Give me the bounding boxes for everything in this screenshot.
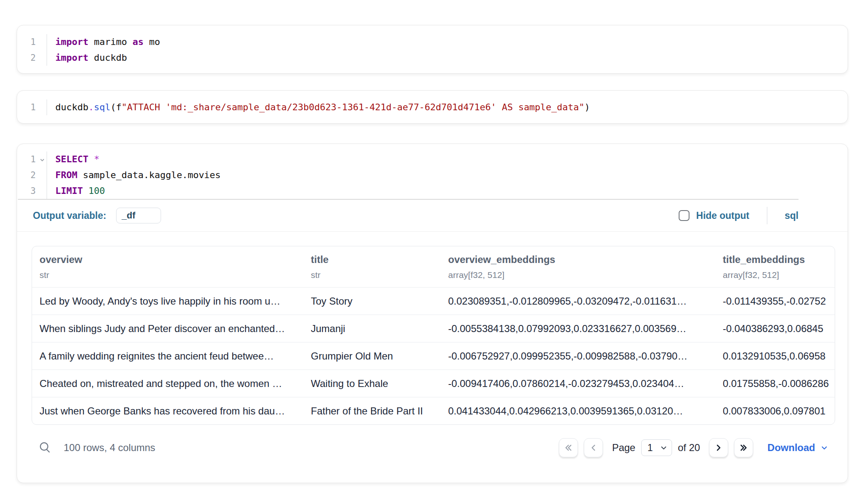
chevron-down-icon <box>820 444 828 452</box>
chevron-down-icon <box>660 444 667 451</box>
output-divider <box>17 231 848 232</box>
code-token: mo <box>144 37 160 47</box>
row-count-summary: 100 rows, 4 columns <box>64 442 155 454</box>
previous-page-button[interactable] <box>584 438 603 457</box>
code-token: 100 <box>88 186 105 196</box>
output-variable-input[interactable] <box>116 208 161 223</box>
code-line[interactable]: SELECT * <box>47 151 848 167</box>
table-cell: Waiting to Exhale <box>311 378 448 389</box>
code-cell-attach[interactable]: 1 duckdb.sql(f"ATTACH 'md:_share/sample_… <box>17 90 848 124</box>
line-number: 2 <box>17 50 47 66</box>
table-row[interactable]: Cheated on, mistreated and stepped on, t… <box>32 370 835 397</box>
line-number-gutter: 1 <box>17 99 47 115</box>
page-select[interactable]: 1 <box>641 439 672 456</box>
column-name[interactable]: overview <box>40 254 311 265</box>
code-token: duckdb <box>55 102 88 112</box>
code-line[interactable]: LIMIT 100 <box>47 183 848 199</box>
line-number: 3 <box>17 183 47 199</box>
column-type: array[f32, 512] <box>448 270 723 280</box>
column-name[interactable]: overview_embeddings <box>448 254 723 265</box>
sql-cell[interactable]: 1 2 3 SELECT * FROM sample_data.kaggle.m… <box>17 144 848 483</box>
output-variable-label: Output variable: <box>33 210 106 221</box>
first-page-button[interactable] <box>559 438 578 457</box>
table-body: Led by Woody, Andy's toys live happily i… <box>32 287 835 424</box>
code-token: ) <box>585 102 590 112</box>
code-token: "ATTACH 'md:_share/sample_data/23b0d623-… <box>122 102 585 112</box>
column-header-overview-embeddings[interactable]: overview_embeddings array[f32, 512] <box>448 254 723 287</box>
table-row[interactable]: Just when George Banks has recovered fro… <box>32 397 835 424</box>
table-cell: Cheated on, mistreated and stepped on, t… <box>40 378 311 389</box>
line-number-text: 1 <box>30 154 36 164</box>
code-area[interactable]: duckdb.sql(f"ATTACH 'md:_share/sample_da… <box>47 99 848 115</box>
result-table: overview str title str overview_embeddin… <box>32 246 835 425</box>
language-badge[interactable]: sql <box>785 210 799 221</box>
table-row[interactable]: Led by Woody, Andy's toys live happily i… <box>32 287 835 315</box>
code-token: duckdb <box>88 52 127 63</box>
search-button[interactable] <box>38 441 52 455</box>
column-header-overview[interactable]: overview str <box>40 254 311 287</box>
code-token: import <box>55 37 88 47</box>
code-token: f <box>116 102 122 112</box>
code-token: . <box>88 102 94 112</box>
cell-footer: Output variable: Hide output sql <box>17 200 848 231</box>
code-token: import <box>55 52 88 63</box>
code-line[interactable]: import duckdb <box>47 50 848 66</box>
table-row[interactable]: A family wedding reignites the ancient f… <box>32 342 835 370</box>
column-type: str <box>311 270 448 280</box>
chevrons-right-icon <box>738 442 749 453</box>
page-total-label: of 20 <box>678 442 700 454</box>
last-page-button[interactable] <box>734 438 753 457</box>
code-token: * <box>94 154 99 164</box>
fold-chevron-down-icon[interactable] <box>39 157 45 163</box>
hide-output-label[interactable]: Hide output <box>696 210 749 221</box>
column-type: array[f32, 512] <box>723 270 835 280</box>
chevron-right-icon <box>713 442 724 453</box>
code-token <box>83 186 88 196</box>
table-cell: -0.040386293,0.06845 <box>723 323 835 335</box>
table-cell: Grumpier Old Men <box>311 350 448 362</box>
table-cell: -0.006752927,0.099952355,-0.009982588,-0… <box>448 350 723 362</box>
code-line[interactable]: duckdb.sql(f"ATTACH 'md:_share/sample_da… <box>47 99 848 115</box>
hide-output-checkbox[interactable] <box>679 210 689 221</box>
page-label: Page <box>612 442 635 454</box>
line-number: 1 <box>17 151 47 167</box>
code-line[interactable]: FROM sample_data.kaggle.movies <box>47 167 848 183</box>
line-number-gutter: 1 2 <box>17 34 47 66</box>
code-line[interactable]: import marimo as mo <box>47 34 848 50</box>
code-token: LIMIT <box>55 186 83 196</box>
column-name[interactable]: title_embeddings <box>723 254 835 265</box>
table-header-row: overview str title str overview_embeddin… <box>32 246 835 287</box>
search-icon <box>38 441 52 454</box>
table-cell: -0.009417406,0.07860214,-0.023279453,0.0… <box>448 378 723 389</box>
code-editor[interactable]: 1 duckdb.sql(f"ATTACH 'md:_share/sample_… <box>17 91 848 115</box>
code-token: FROM <box>55 170 77 180</box>
code-editor[interactable]: 1 2 3 SELECT * FROM sample_data.kaggle.m… <box>17 144 848 199</box>
next-page-button[interactable] <box>709 438 728 457</box>
table-cell: Toy Story <box>311 295 448 307</box>
download-label: Download <box>767 442 815 454</box>
table-cell: A family wedding reignites the ancient f… <box>40 350 311 362</box>
table-cell: Just when George Banks has recovered fro… <box>40 405 311 417</box>
table-cell: 0.01755858,-0.0086286 <box>723 378 835 389</box>
code-area[interactable]: SELECT * FROM sample_data.kaggle.movies … <box>47 151 848 199</box>
table-cell: Jumanji <box>311 323 448 335</box>
column-header-title[interactable]: title str <box>311 254 448 287</box>
code-token: as <box>132 37 144 47</box>
column-header-title-embeddings[interactable]: title_embeddings array[f32, 512] <box>723 254 835 287</box>
code-area[interactable]: import marimo as mo import duckdb <box>47 34 848 66</box>
code-token: SELECT <box>55 154 88 164</box>
chevron-left-icon <box>588 442 599 453</box>
table-cell: Father of the Bride Part II <box>311 405 448 417</box>
table-cell: -0.0055384138,0.07992093,0.023316627,0.0… <box>448 323 723 335</box>
download-button[interactable]: Download <box>767 442 828 454</box>
table-cell: Led by Woody, Andy's toys live happily i… <box>40 295 311 307</box>
line-number: 1 <box>17 99 47 115</box>
code-editor[interactable]: 1 2 import marimo as mo import duckdb <box>17 25 848 66</box>
code-cell-imports[interactable]: 1 2 import marimo as mo import duckdb <box>17 25 848 74</box>
table-row[interactable]: When siblings Judy and Peter discover an… <box>32 315 835 342</box>
column-name[interactable]: title <box>311 254 448 265</box>
table-cell: 0.0132910535,0.06958 <box>723 350 835 362</box>
table-cell: 0.041433044,0.042966213,0.0039591365,0.0… <box>448 405 723 417</box>
line-number: 2 <box>17 167 47 183</box>
table-cell: -0.011439355,-0.02752 <box>723 295 835 307</box>
